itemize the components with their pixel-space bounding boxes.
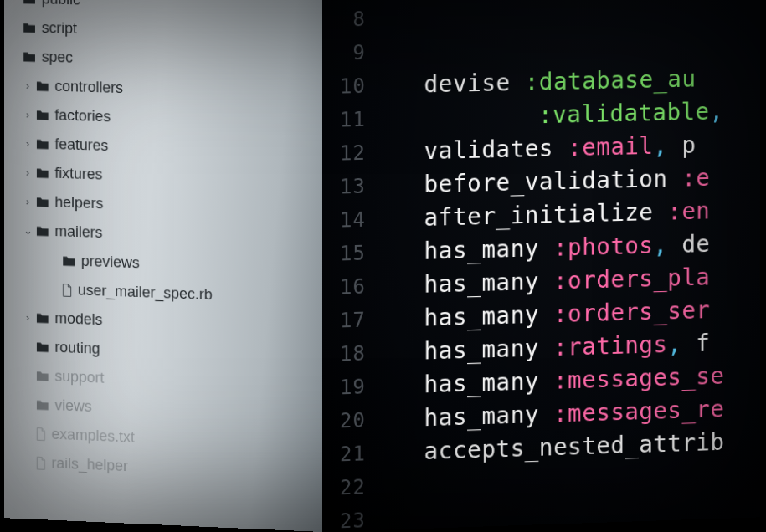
file-tree-sidebar: publicscriptspec›controllers›factories›f… — [4, 0, 322, 532]
token-pun: , — [710, 98, 724, 125]
token-plain: f — [696, 330, 710, 357]
indent — [381, 293, 424, 294]
chevron-right-icon[interactable]: › — [22, 195, 33, 207]
arrow-placeholder — [22, 404, 33, 405]
indent — [381, 123, 538, 126]
tree-item-label: script — [42, 19, 77, 38]
arrow-placeholder — [22, 462, 33, 463]
line-number: 21 — [322, 437, 366, 472]
tree-item-label: support — [54, 368, 104, 387]
tree-item-label: mailers — [54, 223, 102, 242]
token-sym: :messages_se — [553, 362, 724, 395]
token-sym: :e — [681, 164, 710, 192]
token-kw: after_initialize — [424, 198, 667, 232]
line-number: 18 — [322, 337, 366, 371]
token-kw: has_many — [424, 234, 553, 265]
line-number: 13 — [322, 170, 366, 204]
line-number: 22 — [322, 470, 366, 505]
token-sym: :email — [568, 132, 653, 161]
token-kw: validates — [424, 134, 568, 165]
token-kw: has_many — [424, 367, 553, 398]
code-area[interactable]: devise :database_au:validatable,validate… — [381, 0, 760, 530]
folder-icon — [35, 80, 50, 92]
line-number: 10 — [322, 69, 366, 104]
tree-item-label: public — [42, 0, 80, 8]
indent — [381, 192, 424, 193]
indent — [381, 359, 424, 360]
arrow-placeholder — [22, 375, 33, 376]
folder-icon — [35, 109, 50, 120]
token-plain: de — [681, 230, 710, 258]
tree-item-label: features — [54, 136, 108, 155]
folder-icon — [35, 196, 50, 207]
folder-icon — [22, 51, 37, 63]
tree-item-label: fixtures — [54, 165, 102, 184]
tree-item-label: user_mailer_spec.rb — [78, 282, 213, 304]
folder-icon — [35, 167, 50, 179]
arrow-placeholder — [22, 433, 33, 434]
token-kw: has_many — [424, 401, 553, 432]
indent — [381, 326, 424, 327]
indent — [381, 226, 424, 227]
line-number: 9 — [322, 36, 366, 70]
folder-icon — [35, 340, 50, 353]
file-tree[interactable]: publicscriptspec›controllers›factories›f… — [4, 0, 322, 489]
tree-item-label: examples.txt — [52, 426, 135, 447]
folder-icon — [22, 22, 37, 33]
chevron-right-icon[interactable]: › — [22, 108, 33, 120]
token-pun: , — [653, 231, 681, 259]
token-sym: :orders_ser — [553, 296, 710, 328]
tree-item-label: models — [54, 309, 102, 329]
token-pun: , — [653, 131, 681, 159]
folder-icon — [35, 138, 50, 150]
arrow-placeholder — [22, 346, 33, 347]
folder-icon — [35, 225, 50, 237]
token-sym2: :database_au — [525, 65, 697, 96]
indent — [381, 92, 424, 93]
indent — [381, 259, 424, 260]
indent — [381, 159, 424, 160]
token-sym: :messages_re — [553, 395, 724, 427]
folder-icon — [22, 0, 37, 5]
line-number: 11 — [322, 103, 366, 137]
line-number: 23 — [322, 504, 366, 532]
token-kw: has_many — [424, 334, 553, 365]
line-number: 17 — [322, 304, 366, 338]
line-number: 19 — [322, 370, 366, 405]
token-sym: :photos — [553, 232, 653, 262]
token-sym: :orders_pla — [553, 263, 710, 295]
chevron-right-icon[interactable]: › — [22, 311, 33, 324]
line-number: 12 — [322, 136, 366, 171]
file-icon — [61, 283, 73, 296]
token-sym2: :validatable — [538, 98, 709, 129]
token-pun: , — [667, 330, 696, 358]
token-sym: :ratings — [553, 330, 667, 361]
app-root: publicscriptspec›controllers›factories›f… — [0, 0, 766, 532]
tree-item-label: previews — [81, 253, 140, 272]
folder-icon — [61, 255, 76, 267]
token-sym: :en — [667, 197, 710, 226]
tree-item-label: spec — [42, 49, 73, 67]
chevron-right-icon[interactable]: › — [22, 166, 33, 179]
indent — [381, 426, 424, 427]
token-kw: has_many — [424, 268, 553, 299]
chevron-right-icon[interactable]: › — [22, 79, 33, 92]
chevron-right-icon[interactable]: › — [22, 137, 33, 150]
token-plain: p — [681, 131, 696, 159]
tree-item-label: routing — [54, 339, 100, 358]
tree-item-label: helpers — [54, 194, 103, 213]
folder-icon — [35, 399, 50, 412]
line-number-gutter: 891011121314151617181920212223 — [322, 0, 381, 532]
tree-item-label: views — [54, 396, 91, 416]
tree-item-label: factories — [54, 107, 111, 126]
chevron-down-icon[interactable]: ⌄ — [22, 224, 33, 237]
code-editor[interactable]: 891011121314151617181920212223 devise :d… — [322, 0, 760, 532]
tree-item-label: controllers — [54, 78, 123, 97]
line-number: 8 — [322, 3, 366, 37]
indent — [381, 392, 424, 394]
tree-item-label: rails_helper — [52, 454, 128, 475]
folder-icon — [35, 370, 50, 382]
line-number: 16 — [322, 270, 366, 304]
token-kw: accepts_nested_attrib — [424, 428, 724, 465]
token-kw: devise — [424, 69, 524, 98]
